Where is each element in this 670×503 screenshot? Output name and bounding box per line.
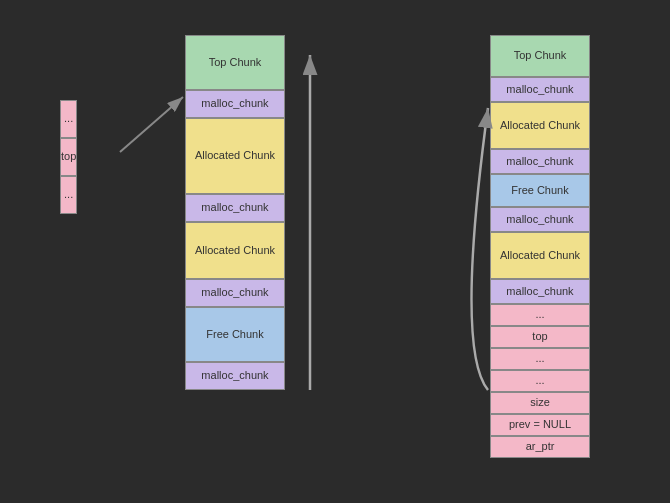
right-col-item-0: Top Chunk [490,35,590,77]
left-box-dots1: ... [60,100,77,138]
right-col-item-8: ... [490,304,590,326]
right-col-item-9: top [490,326,590,348]
left-box-dots2: ... [60,176,77,214]
right-col-item-13: prev = NULL [490,414,590,436]
left-col-item-1: malloc_chunk [185,90,285,118]
left-col-item-0: Top Chunk [185,35,285,90]
right-col-item-4: Free Chunk [490,174,590,207]
right-col-item-14: ar_ptr [490,436,590,458]
right-col-item-11: ... [490,370,590,392]
left-col-item-5: malloc_chunk [185,279,285,307]
right-col-item-7: malloc_chunk [490,279,590,304]
right-column: Top Chunkmalloc_chunkAllocated Chunkmall… [490,35,590,458]
left-col-item-6: Free Chunk [185,307,285,362]
left-col-item-2: Allocated Chunk [185,118,285,194]
right-col-item-6: Allocated Chunk [490,232,590,279]
right-col-item-12: size [490,392,590,414]
left-col-item-7: malloc_chunk [185,362,285,390]
right-col-item-1: malloc_chunk [490,77,590,102]
left-col-item-4: Allocated Chunk [185,222,285,279]
right-col-item-5: malloc_chunk [490,207,590,232]
right-col-item-10: ... [490,348,590,370]
diagram: ... top ... Top Chunkmalloc_chunkAllocat… [0,0,670,503]
left-col-item-3: malloc_chunk [185,194,285,222]
right-col-item-3: malloc_chunk [490,149,590,174]
left-column: Top Chunkmalloc_chunkAllocated Chunkmall… [185,35,285,390]
left-boxes: ... top ... [60,100,77,214]
left-box-top: top [60,138,77,176]
right-col-item-2: Allocated Chunk [490,102,590,149]
